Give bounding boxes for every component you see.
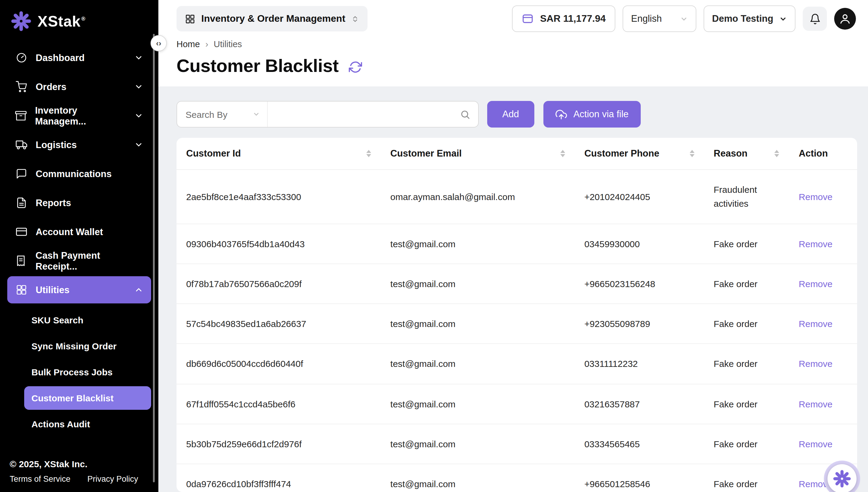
cell-customer-phone: 03216357887 — [574, 384, 704, 424]
receipt-icon — [15, 255, 27, 267]
sort-caret-icon[interactable] — [560, 150, 565, 157]
cell-reason: Fake order — [704, 384, 789, 424]
sidebar-item-label: Reports — [36, 197, 71, 208]
bell-icon — [809, 13, 821, 24]
submenu-item-bulk-process-jobs[interactable]: Bulk Process Jobs — [24, 360, 151, 384]
terms-of-service-link[interactable]: Terms of Service — [10, 474, 70, 484]
sidebar-collapse-button[interactable]: ‹› — [150, 35, 167, 51]
message-icon — [15, 168, 27, 179]
sidebar-item-dashboard[interactable]: Dashboard — [7, 44, 151, 71]
column-header-reason[interactable]: Reason — [704, 138, 789, 170]
remove-link[interactable]: Remove — [799, 239, 833, 249]
chevron-down-icon — [134, 53, 143, 62]
column-title: Customer Email — [391, 148, 462, 159]
breadcrumb-separator: › — [205, 39, 208, 49]
box-icon — [15, 110, 27, 122]
breadcrumb-home[interactable]: Home — [176, 39, 200, 49]
cell-customer-phone: +9665023156248 — [574, 264, 704, 304]
sidebar: XStak® Dashboard Orders In — [0, 0, 158, 492]
grid-icon — [185, 14, 195, 24]
sidebar-item-account-wallet[interactable]: Account Wallet — [7, 218, 151, 245]
column-header-customer-email[interactable]: Customer Email — [381, 138, 575, 170]
registered-mark: ® — [81, 16, 85, 22]
refresh-button[interactable] — [349, 60, 362, 74]
sidebar-item-label: Inventory Managem... — [35, 105, 126, 127]
avatar[interactable] — [834, 8, 856, 30]
sidebar-item-communications[interactable]: Communications — [7, 160, 151, 187]
flower-icon — [827, 464, 857, 492]
remove-link[interactable]: Remove — [799, 359, 833, 369]
language-select[interactable]: English — [623, 5, 696, 32]
remove-link[interactable]: Remove — [799, 319, 833, 329]
user-icon — [838, 12, 852, 25]
sidebar-item-utilities[interactable]: Utilities — [7, 276, 151, 303]
truck-icon — [15, 139, 27, 150]
column-header-customer-id[interactable]: Customer Id — [176, 138, 381, 170]
cell-customer-email: omar.ayman.salah@gmail.com — [381, 170, 575, 224]
main-content: Inventory & Order Management SAR 11,177.… — [158, 0, 868, 492]
remove-link[interactable]: Remove — [799, 191, 833, 202]
sort-caret-icon[interactable] — [775, 150, 779, 157]
environment-select[interactable]: Demo Testing — [703, 5, 795, 32]
sidebar-item-cash-payment-receipts[interactable]: Cash Payment Receipt... — [7, 247, 151, 274]
cell-customer-email: test@gmail.com — [381, 384, 575, 424]
notifications-button[interactable] — [803, 7, 827, 31]
cell-action: Remove — [789, 224, 857, 264]
tool-icon — [15, 284, 27, 296]
table-row: 57c54bc49835ed1a6ab26637 test@gmail.com … — [176, 304, 857, 344]
submenu-item-sync-missing-order[interactable]: Sync Missing Order — [24, 334, 151, 358]
add-button[interactable]: Add — [487, 101, 534, 127]
wallet-balance: SAR 11,177.94 — [540, 13, 606, 24]
sidebar-menu: XStak® Dashboard Orders In — [0, 0, 158, 453]
sort-caret-icon[interactable] — [689, 150, 694, 157]
remove-link[interactable]: Remove — [799, 399, 833, 409]
privacy-policy-link[interactable]: Privacy Policy — [88, 474, 138, 484]
chevron-down-icon — [134, 140, 143, 149]
blacklist-table-card: Customer Id Customer Email Customer Phon… — [176, 138, 857, 492]
submenu-item-actions-audit[interactable]: Actions Audit — [24, 412, 151, 436]
page-title: Customer Blacklist — [176, 56, 339, 76]
remove-link[interactable]: Remove — [799, 279, 833, 289]
table-row: 09306b403765f54db1a40d43 test@gmail.com … — [176, 224, 857, 264]
cell-customer-id: 09306b403765f54db1a40d43 — [176, 224, 381, 264]
chevron-down-icon — [134, 82, 143, 91]
column-title: Reason — [714, 148, 747, 159]
sidebar-item-orders[interactable]: Orders — [7, 73, 151, 100]
sidebar-item-reports[interactable]: Reports — [7, 189, 151, 216]
upload-cloud-icon — [555, 108, 567, 120]
search-input[interactable] — [268, 102, 460, 127]
cell-customer-id: db669d6c05004ccd6d60440f — [176, 344, 381, 384]
table-row: 0da97626cd10bf3ff3fff474 test@gmail.com … — [176, 464, 857, 492]
submenu-item-customer-blacklist[interactable]: Customer Blacklist — [24, 386, 151, 410]
cell-customer-id: 67f1dff0554c1ccd4a5be6f6 — [176, 384, 381, 424]
refresh-icon — [349, 60, 362, 74]
cell-customer-email: test@gmail.com — [381, 464, 575, 492]
sidebar-footer: © 2025, XStak Inc. Terms of Service Priv… — [0, 453, 158, 492]
wallet-card-icon — [522, 13, 534, 25]
sidebar-item-logistics[interactable]: Logistics — [7, 131, 151, 158]
table-row: 0f78b17ab76507566a0c209f test@gmail.com … — [176, 264, 857, 304]
cell-reason: Fake order — [704, 344, 789, 384]
logo: XStak® — [7, 5, 151, 42]
remove-link[interactable]: Remove — [799, 439, 833, 449]
flower-icon — [11, 11, 31, 31]
table-row: db669d6c05004ccd6d60440f test@gmail.com … — [176, 344, 857, 384]
action-via-file-button[interactable]: Action via file — [543, 101, 641, 127]
search-icon[interactable] — [460, 109, 478, 119]
search-by-select[interactable]: Search By — [177, 102, 268, 127]
wallet-balance-pill[interactable]: SAR 11,177.94 — [512, 5, 615, 32]
column-header-customer-phone[interactable]: Customer Phone — [574, 138, 704, 170]
app-switcher[interactable]: Inventory & Order Management — [176, 6, 368, 31]
column-title: Customer Id — [186, 148, 241, 159]
table-header-row: Customer Id Customer Email Customer Phon… — [176, 138, 857, 170]
column-title: Customer Phone — [584, 148, 659, 159]
sidebar-item-label: Communications — [36, 168, 111, 179]
logo-text: XStak® — [38, 13, 85, 30]
sidebar-item-inventory-management[interactable]: Inventory Managem... — [7, 102, 151, 129]
sort-caret-icon[interactable] — [366, 150, 371, 157]
submenu-item-sku-search[interactable]: SKU Search — [24, 308, 151, 332]
cell-customer-phone: 03334565465 — [574, 424, 704, 464]
cell-reason: Fake order — [704, 424, 789, 464]
language-value: English — [631, 13, 662, 24]
wallet-icon — [15, 226, 27, 238]
